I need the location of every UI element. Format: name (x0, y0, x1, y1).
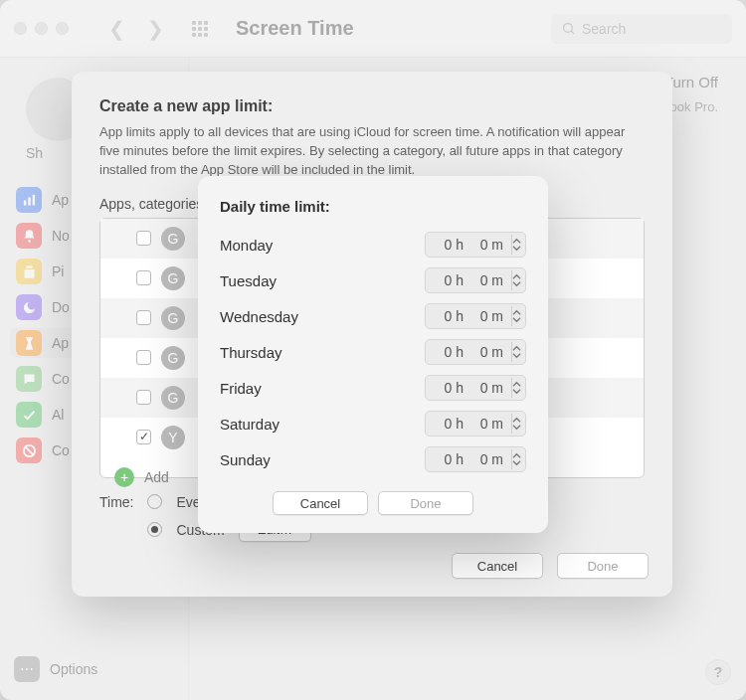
minutes-value: 0 m (471, 416, 503, 432)
sheet1-cancel-button[interactable]: Cancel (452, 553, 543, 579)
time-every-radio[interactable] (147, 494, 162, 509)
time-limit-field[interactable]: 0 h0 m (425, 446, 526, 472)
chevron-down-icon (512, 424, 521, 431)
time-custom-radio[interactable] (147, 522, 162, 537)
sheet2-done-button[interactable]: Done (378, 491, 473, 515)
time-limit-field[interactable]: 0 h0 m (425, 267, 526, 293)
minutes-value: 0 m (471, 308, 503, 324)
day-row-thursday: Thursday0 h0 m (220, 334, 526, 370)
days-list: Monday0 h0 mTuesday0 h0 mWednesday0 h0 m… (220, 227, 526, 477)
day-row-monday: Monday0 h0 m (220, 227, 526, 262)
day-name: Tuesday (220, 272, 277, 289)
day-row-saturday: Saturday0 h0 m (220, 406, 526, 441)
chevron-down-icon (512, 459, 521, 466)
category-icon: G (161, 306, 185, 330)
day-row-sunday: Sunday0 h0 m (220, 441, 526, 477)
chevron-up-icon (512, 345, 521, 352)
category-icon: G (161, 266, 185, 290)
hours-value: 0 h (432, 380, 464, 396)
chevron-up-icon (512, 381, 521, 388)
day-name: Saturday (220, 416, 280, 433)
stepper[interactable] (511, 270, 521, 290)
stepper[interactable] (511, 378, 521, 398)
hours-value: 0 h (432, 451, 464, 467)
stepper[interactable] (511, 342, 521, 362)
stepper[interactable] (511, 414, 521, 434)
time-limit-field[interactable]: 0 h0 m (425, 339, 526, 365)
chevron-down-icon (512, 245, 521, 252)
stepper[interactable] (511, 306, 521, 326)
hours-value: 0 h (432, 416, 464, 432)
hours-value: 0 h (432, 237, 464, 253)
category-icon: G (161, 227, 185, 251)
row-checkbox[interactable] (136, 231, 151, 246)
category-icon: G (161, 386, 185, 410)
sheet2-cancel-button[interactable]: Cancel (273, 491, 368, 515)
category-icon: Y (161, 426, 185, 449)
day-row-friday: Friday0 h0 m (220, 370, 526, 406)
stepper[interactable] (511, 449, 521, 469)
sheet-description: App limits apply to all devices that are… (99, 123, 645, 180)
day-name: Thursday (220, 344, 282, 361)
day-name: Wednesday (220, 308, 298, 325)
chevron-up-icon (512, 309, 521, 316)
minutes-value: 0 m (471, 237, 503, 253)
daily-heading: Daily time limit: (220, 198, 526, 215)
hours-value: 0 h (432, 344, 464, 360)
row-checkbox[interactable] (136, 270, 151, 285)
minutes-value: 0 m (471, 380, 503, 396)
daily-time-limit-sheet: Daily time limit: Monday0 h0 mTuesday0 h… (198, 176, 548, 533)
time-limit-field[interactable]: 0 h0 m (425, 232, 526, 258)
add-label: Add (144, 469, 169, 485)
preferences-window: ❮ ❯ Screen Time Search Sh ApNoPiDoApCoAl… (0, 0, 746, 700)
day-name: Monday (220, 237, 273, 254)
hours-value: 0 h (432, 308, 464, 324)
sheet1-footer: Cancel Done (452, 553, 649, 579)
stepper[interactable] (511, 235, 521, 255)
row-checkbox[interactable] (136, 390, 151, 405)
day-row-wednesday: Wednesday0 h0 m (220, 298, 526, 334)
chevron-up-icon (512, 452, 521, 459)
day-name: Friday (220, 380, 262, 397)
row-checkbox[interactable] (136, 430, 151, 444)
chevron-down-icon (512, 388, 521, 395)
minutes-value: 0 m (471, 272, 503, 288)
plus-icon: + (114, 467, 134, 487)
minutes-value: 0 m (471, 344, 503, 360)
time-label: Time: (99, 494, 133, 510)
row-checkbox[interactable] (136, 350, 151, 365)
time-limit-field[interactable]: 0 h0 m (425, 375, 526, 401)
hours-value: 0 h (432, 272, 464, 288)
chevron-up-icon (512, 417, 521, 424)
chevron-up-icon (512, 273, 521, 280)
time-limit-field[interactable]: 0 h0 m (425, 411, 526, 437)
chevron-down-icon (512, 316, 521, 323)
day-row-tuesday: Tuesday0 h0 m (220, 262, 526, 298)
category-icon: G (161, 346, 185, 370)
time-limit-field[interactable]: 0 h0 m (425, 303, 526, 329)
chevron-down-icon (512, 280, 521, 287)
day-name: Sunday (220, 451, 271, 468)
minutes-value: 0 m (471, 451, 503, 467)
sheet-heading: Create a new app limit: (99, 97, 645, 115)
chevron-down-icon (512, 352, 521, 359)
sheet1-done-button[interactable]: Done (557, 553, 649, 579)
sheet2-footer: Cancel Done (220, 491, 526, 515)
row-checkbox[interactable] (136, 310, 151, 325)
chevron-up-icon (512, 238, 521, 245)
